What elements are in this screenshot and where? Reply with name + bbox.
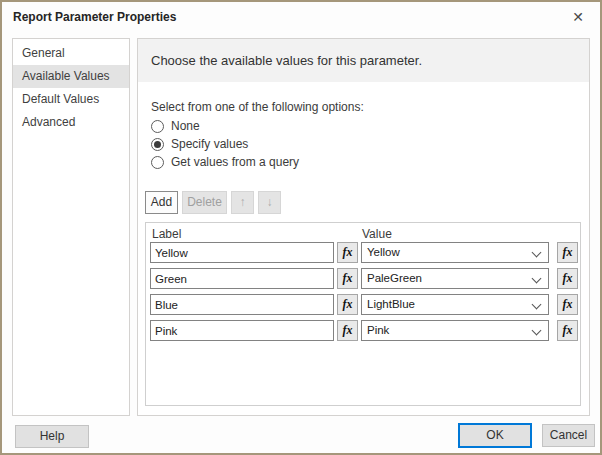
- value-combobox[interactable]: LightBlue: [361, 294, 549, 315]
- fx-expression-button[interactable]: fx: [337, 268, 358, 289]
- label-input[interactable]: [150, 268, 334, 289]
- chevron-down-icon[interactable]: [532, 274, 542, 284]
- chevron-down-icon[interactable]: [532, 248, 542, 258]
- cancel-button[interactable]: Cancel: [542, 424, 595, 447]
- delete-button[interactable]: Delete: [182, 191, 227, 214]
- page-heading: Choose the available values for this par…: [138, 39, 589, 82]
- value-combobox-text: Yellow: [367, 246, 400, 258]
- sidebar-item-general[interactable]: General: [13, 42, 129, 65]
- radio-none-circle[interactable]: [151, 120, 164, 133]
- fx-expression-button[interactable]: fx: [557, 294, 578, 315]
- label-input[interactable]: [150, 294, 334, 315]
- label-input[interactable]: [150, 242, 334, 263]
- sidebar-item-advanced[interactable]: Advanced: [13, 111, 129, 134]
- sidebar-item-default-values[interactable]: Default Values: [13, 88, 129, 111]
- value-combobox[interactable]: Yellow: [361, 242, 549, 263]
- report-parameter-properties-dialog: Report Parameter Properties ✕ General Av…: [0, 0, 602, 455]
- fx-expression-button[interactable]: fx: [337, 320, 358, 341]
- move-down-icon[interactable]: ↓: [258, 191, 281, 214]
- chevron-down-icon[interactable]: [532, 326, 542, 336]
- column-header-label: Label: [152, 227, 181, 242]
- value-combobox-text: PaleGreen: [367, 272, 422, 284]
- radio-get-values-query-circle[interactable]: [151, 156, 164, 169]
- values-table: Label Value fx Yellow fx fx PaleGreen fx: [145, 222, 581, 406]
- radio-specify-values-label: Specify values: [171, 137, 248, 151]
- table-row: fx LightBlue fx: [146, 294, 580, 315]
- fx-expression-button[interactable]: fx: [557, 320, 578, 341]
- value-combobox[interactable]: Pink: [361, 320, 549, 341]
- ok-button[interactable]: OK: [458, 423, 532, 448]
- help-button[interactable]: Help: [15, 425, 89, 448]
- close-icon[interactable]: ✕: [564, 5, 592, 29]
- value-combobox[interactable]: PaleGreen: [361, 268, 549, 289]
- sidebar: General Available Values Default Values …: [12, 38, 130, 416]
- column-header-value: Value: [362, 227, 392, 242]
- main-panel: Choose the available values for this par…: [137, 38, 590, 416]
- title-bar[interactable]: Report Parameter Properties ✕: [2, 2, 600, 32]
- fx-expression-button[interactable]: fx: [337, 294, 358, 315]
- radio-get-values-query[interactable]: Get values from a query: [151, 154, 299, 170]
- add-button[interactable]: Add: [145, 191, 178, 214]
- dialog-title: Report Parameter Properties: [13, 10, 176, 24]
- table-row: fx PaleGreen fx: [146, 268, 580, 289]
- fx-expression-button[interactable]: fx: [557, 268, 578, 289]
- radio-none[interactable]: None: [151, 118, 200, 134]
- radio-specify-values-circle[interactable]: [151, 138, 164, 151]
- move-up-icon[interactable]: ↑: [231, 191, 254, 214]
- radio-get-values-query-label: Get values from a query: [171, 155, 299, 169]
- label-input[interactable]: [150, 320, 334, 341]
- value-combobox-text: Pink: [367, 324, 389, 336]
- value-combobox-text: LightBlue: [367, 298, 415, 310]
- sidebar-item-available-values[interactable]: Available Values: [13, 65, 129, 88]
- table-row: fx Yellow fx: [146, 242, 580, 263]
- radio-specify-values[interactable]: Specify values: [151, 136, 248, 152]
- chevron-down-icon[interactable]: [532, 300, 542, 310]
- fx-expression-button[interactable]: fx: [337, 242, 358, 263]
- radio-none-label: None: [171, 119, 200, 133]
- table-row: fx Pink fx: [146, 320, 580, 341]
- fx-expression-button[interactable]: fx: [557, 242, 578, 263]
- options-label: Select from one of the following options…: [151, 100, 364, 114]
